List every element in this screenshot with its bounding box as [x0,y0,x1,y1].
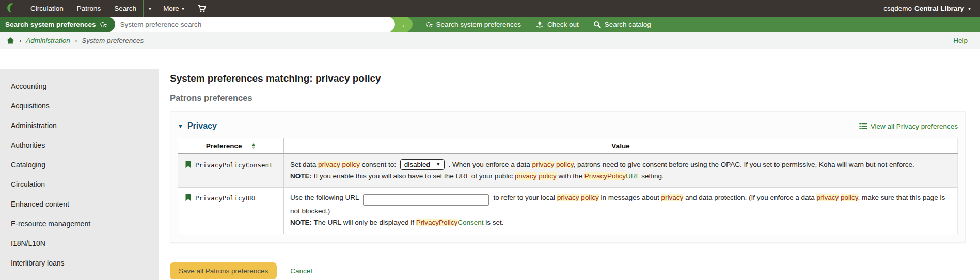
privacy-policy-consent-select[interactable]: disabled [400,159,445,170]
breadcrumb-administration[interactable]: Administration [26,37,70,44]
menu-search[interactable]: Search [107,0,143,17]
preference-name-cell: PrivacyPolicyConsent [178,154,284,187]
list-icon [859,122,867,130]
bookmark-icon[interactable] [185,194,191,201]
table-row-privacypolicyurl: PrivacyPolicyURL Use the following URL t… [178,187,958,234]
sidebar-item-interlibrary-loans[interactable]: Interlibrary loans [0,253,159,273]
search-context-label: Search system preferences [5,21,96,28]
save-all-patrons-preferences-button[interactable]: Save all Patrons preferences [170,262,277,279]
preferences-sidebar-list: Accounting Acquisitions Administration A… [0,76,159,273]
sidebar-item-i18n-l10n[interactable]: I18N/L10N [0,234,159,253]
value-column-header: Value [284,138,958,154]
collapse-triangle-icon: ▼ [178,123,183,129]
preference-name: PrivacyPolicyURL [195,194,257,202]
preference-description: Set data privacy policy consent to: [290,161,398,168]
privacy-policy-consent-select-wrap: disabled▼ [400,159,445,170]
menu-patrons[interactable]: Patrons [70,0,108,17]
preference-column-label: Preference [206,142,242,150]
sidebar-item-accounting[interactable]: Accounting [0,76,159,96]
bookmark-icon[interactable] [185,161,191,168]
table-header-row: Preference ▲▼ Value [178,138,958,154]
current-library: Central Library [914,5,964,12]
chevron-down-icon: ▾ [149,6,151,11]
preference-column-header[interactable]: Preference ▲▼ [178,138,284,154]
main-panel: System preferences matching: privacy pol… [159,49,980,280]
chevron-down-icon: ▾ [968,6,971,11]
arrow-right-icon: → [398,20,406,29]
form-actions: Save all Patrons preferences Cancel [170,262,966,279]
help-link[interactable]: Help [953,37,968,44]
system-preference-search-input[interactable] [108,17,395,32]
search-mode-links: Search system preferences Check out Sear… [426,21,651,28]
preference-name-cell: PrivacyPolicyURL [178,187,284,234]
top-menu: Circulation Patrons Search ▾ More▾ [24,0,213,17]
privacy-group-label: Privacy [187,121,217,131]
preference-description: Use the following URL [290,194,361,201]
cancel-link[interactable]: Cancel [290,267,312,275]
gears-icon [426,22,433,27]
check-out-icon [535,21,544,28]
page-title: System preferences matching: privacy pol… [170,73,966,84]
preference-note: NOTE: If you enable this you will also h… [290,170,950,182]
preference-note: NOTE: The URL will only be displayed if … [290,217,950,228]
sort-icon: ▲▼ [251,143,256,150]
sidebar-item-circulation[interactable]: Circulation [0,175,159,194]
menu-patrons-label: Patrons [77,5,101,12]
menu-circulation[interactable]: Circulation [24,0,70,17]
privacy-panel-header: ▼ Privacy View all P [178,121,958,131]
user-login: csqdemo [883,5,912,12]
sidebar-item-authorities[interactable]: Authorities [0,135,159,155]
menu-more-label: More [163,5,179,12]
patrons-preferences-heading: Patrons preferences [170,93,966,103]
breadcrumb: › Administration › System preferences He… [0,32,980,49]
check-out-label: Check out [547,21,579,28]
search-system-preferences-link[interactable]: Search system preferences [426,21,521,28]
breadcrumb-separator: › [19,37,21,44]
sidebar-item-e-resource-management[interactable]: E-resource management [0,214,159,234]
menu-search-label: Search [114,5,136,12]
cart-button[interactable] [191,0,213,17]
search-catalog-link[interactable]: Search catalog [593,21,651,28]
preferences-table: Preference ▲▼ Value PrivacyPolicyConsent [178,138,958,234]
view-all-privacy-preferences-link[interactable]: View all Privacy preferences [859,122,958,130]
search-icon [593,21,601,28]
search-context-tab: Search system preferences [0,17,115,32]
preferences-sidebar: Accounting Acquisitions Administration A… [0,69,159,280]
page-content: Accounting Acquisitions Administration A… [0,49,980,280]
check-out-link[interactable]: Check out [535,21,579,28]
sidebar-item-cataloging[interactable]: Cataloging [0,155,159,175]
preference-value-cell: Use the following URL to refer to your l… [284,187,958,234]
search-system-preferences-label: Search system preferences [436,21,521,28]
search-header-bar: Search system preferences → Search syste… [0,17,980,32]
user-library-menu[interactable]: csqdemo Central Library ▾ [883,5,971,12]
privacy-group-toggle[interactable]: ▼ Privacy [178,121,217,131]
koha-logo [5,3,17,14]
top-navigation-bar: Circulation Patrons Search ▾ More▾ csqde… [0,0,980,17]
search-catalog-label: Search catalog [605,21,651,28]
table-row-privacypolicyconsent: PrivacyPolicyConsent Set data privacy po… [178,154,958,187]
menu-circulation-label: Circulation [30,5,64,12]
privacy-policy-url-input[interactable] [363,194,489,206]
breadcrumb-separator: › [75,37,77,44]
preference-name: PrivacyPolicyConsent [195,161,273,169]
search-dropdown-toggle[interactable]: ▾ [144,0,156,17]
breadcrumb-current-page: System preferences [82,37,144,44]
cart-icon [197,4,207,13]
home-icon[interactable] [6,37,14,44]
chevron-down-icon: ▾ [182,6,184,11]
sidebar-item-enhanced-content[interactable]: Enhanced content [0,194,159,214]
preference-description: . When you enforce a data privacy policy… [447,161,914,168]
view-all-privacy-preferences-label: View all Privacy preferences [871,122,958,130]
preference-value-cell: Set data privacy policy consent to: disa… [284,154,958,187]
sidebar-item-acquisitions[interactable]: Acquisitions [0,96,159,116]
privacy-preferences-panel: ▼ Privacy View all P [170,111,966,243]
sidebar-item-administration[interactable]: Administration [0,116,159,135]
gears-icon [100,22,107,27]
menu-more[interactable]: More▾ [156,0,191,17]
